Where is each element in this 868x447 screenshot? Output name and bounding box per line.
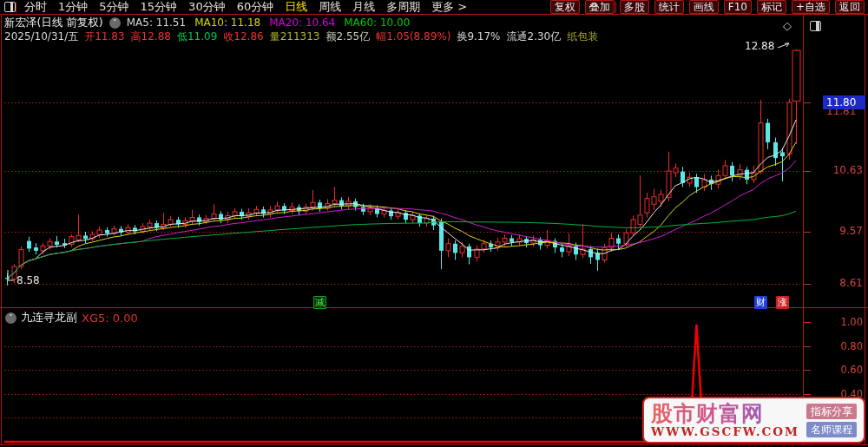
- toolbar-button[interactable]: 统计: [654, 0, 684, 14]
- period-tab[interactable]: 周线: [319, 0, 341, 14]
- indicator-header: ˅ 九连寻龙副 XG5: 0.00: [5, 310, 138, 325]
- toolbar-button[interactable]: F10: [724, 0, 752, 14]
- ohlc-info-row: 2025/10/31/五开11.83高12.88低11.09收12.86量211…: [4, 30, 598, 43]
- toolbar-button[interactable]: 叠加: [585, 0, 615, 14]
- indicator-value: XG5: 0.00: [82, 312, 138, 325]
- period-tab[interactable]: 日线: [285, 0, 307, 14]
- toolbar-button[interactable]: 复权: [550, 0, 580, 14]
- period-tab[interactable]: 15分钟: [141, 0, 178, 14]
- stock-app-window: 分时1分钟5分钟15分钟30分钟60分钟日线周线月线多周期更多 > 复权叠加多股…: [0, 0, 868, 447]
- info-field: 高12.88: [131, 30, 171, 44]
- info-field: 纸包装: [567, 30, 598, 44]
- watermark-tag: 指标分享: [806, 404, 857, 419]
- layout-split-icon[interactable]: [4, 2, 16, 12]
- ma-value: MA20: 10.64: [269, 16, 335, 29]
- diamond-icon[interactable]: ◇: [783, 19, 792, 32]
- ma-value: MA60: 10.00: [344, 16, 410, 29]
- toolbar-button[interactable]: 返回: [835, 0, 865, 14]
- info-field: 幅1.05(8.89%): [376, 30, 450, 44]
- period-tab[interactable]: 分时: [24, 0, 47, 14]
- ma-values: MA5: 11.51MA10: 11.18MA20: 10.64MA60: 10…: [127, 16, 411, 29]
- info-field: 收12.86: [223, 30, 263, 44]
- toolbar-button[interactable]: 标记: [757, 0, 786, 14]
- period-tab[interactable]: 1分钟: [58, 0, 88, 14]
- watermark-tag: 名师课程: [806, 422, 857, 437]
- info-field: 换9.17%: [457, 30, 500, 44]
- toolbar-button[interactable]: 多股: [620, 0, 649, 14]
- info-field: 开11.83: [84, 30, 124, 44]
- watermark-title: 股市财富网: [651, 402, 799, 425]
- window-split-icon[interactable]: [810, 21, 821, 31]
- period-tab[interactable]: 60分钟: [237, 0, 274, 14]
- info-field: 额2.55亿: [326, 30, 370, 44]
- watermark-url: WWW.GSCFW.COM: [651, 425, 799, 438]
- period-tab[interactable]: 多周期: [386, 0, 420, 14]
- period-tabs: 分时1分钟5分钟15分钟30分钟60分钟日线周线月线多周期更多 >: [24, 0, 467, 14]
- info-field: 量211313: [270, 30, 320, 44]
- chevron-down-icon[interactable]: ˅: [5, 312, 16, 324]
- indicator-name: 九连寻龙副: [21, 310, 77, 325]
- period-tab[interactable]: 30分钟: [188, 0, 226, 14]
- info-field: 2025/10/31/五: [4, 30, 78, 44]
- ma-value: MA10: 11.18: [194, 16, 260, 29]
- candlestick-chart-canvas[interactable]: [0, 0, 868, 447]
- toolbar-buttons: 复权叠加多股统计画线F10标记+自选返回: [550, 0, 865, 14]
- period-toolbar: 分时1分钟5分钟15分钟30分钟60分钟日线周线月线多周期更多 > 复权叠加多股…: [0, 0, 868, 14]
- info-field: 流通2.30亿: [507, 30, 562, 44]
- period-tab[interactable]: 月线: [352, 0, 375, 14]
- chevron-down-icon[interactable]: ˅: [109, 17, 121, 29]
- stock-title: 新宏泽(日线 前复权): [4, 16, 103, 30]
- ma-value: MA5: 11.51: [127, 16, 186, 29]
- toolbar-button[interactable]: +自选: [792, 0, 830, 14]
- toolbar-button[interactable]: 画线: [689, 0, 719, 14]
- watermark: 股市财富网 WWW.GSCFW.COM 指标分享名师课程: [642, 397, 865, 444]
- period-tab[interactable]: 更多 >: [431, 0, 467, 14]
- period-tab[interactable]: 5分钟: [99, 0, 128, 14]
- watermark-tags: 指标分享名师课程: [806, 404, 857, 437]
- stock-info-row: 新宏泽(日线 前复权) ˅ MA5: 11.51MA10: 11.18MA20:…: [4, 16, 410, 29]
- info-field: 低11.09: [177, 30, 217, 44]
